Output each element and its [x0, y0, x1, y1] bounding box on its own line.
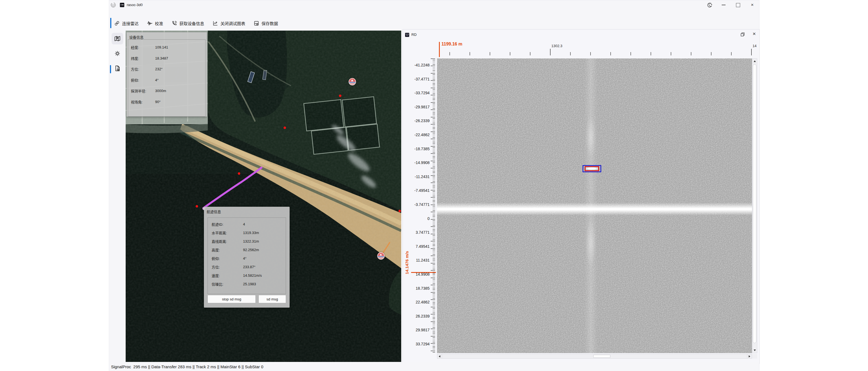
info-label: 视场角: — [128, 99, 155, 104]
track-panel-title: 航迹信息 — [204, 207, 289, 214]
page: rasoc-3d0 × 连接雷达校准获取设备信息关闭调试图表保存数据 — [0, 0, 868, 371]
toolbar-button[interactable]: 校准 — [147, 21, 163, 26]
scrollbar-divider — [747, 354, 747, 358]
info-row: 探测半径:3000m — [128, 86, 205, 96]
info-label: 直线距离: — [208, 239, 243, 244]
ruler-tick-label: 14 — [752, 44, 756, 48]
theme-toggle-button[interactable] — [706, 2, 712, 8]
statusbar: SignalProc 295 ms || Data-Transfer 283 m… — [109, 362, 759, 371]
speed-marker-line[interactable] — [411, 272, 436, 273]
scroll-up-arrow-icon[interactable] — [754, 60, 756, 62]
info-value: 109.141 — [155, 45, 168, 49]
map-canvas[interactable]: 设备信息 经度:109.141纬度:18.3487方位:232°俯仰:4°探测半… — [126, 31, 401, 362]
detection-dot[interactable] — [196, 205, 198, 208]
info-value: 4 — [243, 222, 245, 226]
info-row: 俯仰:4° — [208, 254, 286, 263]
detection-dot[interactable] — [399, 210, 401, 212]
speed-axis-label: -22.4862 — [403, 132, 430, 137]
speed-axis-label: 33.7294 — [403, 341, 430, 346]
rd-horizontal-scrollbar[interactable] — [437, 354, 752, 359]
file-clock-icon — [114, 65, 121, 72]
info-row: 直线距离:1322.31m — [208, 237, 286, 246]
sidebar-item-history[interactable] — [112, 63, 123, 74]
drone-marker[interactable] — [348, 78, 356, 86]
speed-axis-label: -37.4771 — [403, 76, 430, 82]
detection-dot[interactable] — [283, 126, 286, 129]
speed-axis-label: -3.74771 — [403, 202, 430, 207]
detection-dot[interactable] — [238, 172, 240, 175]
info-row: 经度:109.141 — [128, 42, 205, 53]
stop-sd-msg-button[interactable]: stop sd msg — [208, 295, 256, 303]
info-value: 3000m — [155, 89, 166, 93]
ruler-tick — [711, 52, 712, 55]
toolbar-button[interactable]: 关闭调试图表 — [213, 21, 245, 26]
toolbar-button-label: 校准 — [155, 21, 163, 26]
ruler-tick — [530, 52, 530, 55]
ruler-tick — [510, 52, 510, 55]
sd-msg-button[interactable]: sd msg — [258, 295, 286, 303]
app-badge-icon — [120, 3, 124, 7]
maximize-button[interactable] — [735, 2, 741, 8]
toolbar-button-label: 保存数据 — [261, 21, 278, 26]
column-bright-blob — [585, 115, 596, 159]
ruler-tick — [469, 52, 470, 55]
rd-vertical-scrollbar[interactable] — [752, 58, 757, 353]
ruler-tick-label: 1302.3 — [551, 44, 562, 48]
speed-axis-label: 29.9817 — [403, 328, 430, 332]
ruler-major-tick — [751, 49, 752, 55]
info-value: 233.87° — [243, 265, 255, 269]
toolbar-button[interactable]: 保存数据 — [253, 21, 278, 26]
status-text: SignalProc 295 ms || Data-Transfer 283 m… — [109, 364, 264, 369]
scroll-right-arrow-icon[interactable] — [749, 355, 750, 358]
toolbar-items: 连接雷达校准获取设备信息关闭调试图表保存数据 — [114, 16, 278, 30]
track-panel-buttons: stop sd msgsd msg — [208, 295, 286, 303]
info-value: 90° — [155, 100, 161, 104]
window-title: rasoc-3d0 — [127, 3, 143, 7]
speed-axis-ticks-minor — [433, 58, 435, 353]
sidebar — [109, 30, 126, 362]
toolbar-button[interactable]: 连接雷达 — [114, 21, 138, 26]
ruler-tick — [490, 52, 490, 55]
drone-marker[interactable] — [377, 252, 385, 260]
close-button[interactable]: × — [749, 2, 755, 8]
waveform-icon — [147, 21, 153, 26]
ruler-major-tick — [550, 49, 551, 55]
radar-logo-icon — [110, 2, 116, 8]
ruler-tick — [590, 52, 591, 55]
range-marker-line[interactable] — [439, 42, 440, 57]
rd-panel: RD ✕ 1199.16 m 1302.314 -41.2248-37.4771… — [403, 29, 760, 364]
info-value: 4° — [155, 78, 158, 82]
scrollbar-corner — [752, 354, 757, 359]
info-label: 俯仰: — [208, 256, 243, 261]
minimize-button[interactable] — [720, 2, 726, 8]
ruler-tick — [651, 52, 651, 55]
device-panel-rows: 经度:109.141纬度:18.3487方位:232°俯仰:4°探测半径:300… — [128, 39, 206, 117]
zero-doppler-band — [437, 203, 752, 215]
info-row: 信噪比:25.1983 — [208, 280, 286, 288]
info-label: 探测半径: — [128, 88, 155, 93]
range-doppler-plot[interactable] — [437, 58, 752, 353]
scroll-left-arrow-icon[interactable] — [439, 355, 440, 358]
speed-axis-label: -26.2339 — [403, 118, 430, 123]
ruler-tick — [691, 52, 691, 55]
ruler-tick — [610, 52, 611, 55]
ruler-tick — [731, 52, 732, 55]
vertical-scroll-thumb[interactable] — [753, 64, 756, 343]
info-row: 高度:92.2562m — [208, 246, 286, 254]
scroll-down-arrow-icon[interactable] — [754, 349, 756, 351]
toolbar-button[interactable]: 获取设备信息 — [172, 21, 204, 26]
speed-axis-label: -7.49541 — [403, 188, 430, 193]
info-row: 纬度:18.3487 — [128, 53, 205, 64]
info-label: 纬度: — [128, 56, 155, 61]
info-value: 92.2562m — [243, 248, 259, 252]
info-row: 方位:233.87° — [208, 263, 286, 271]
signal-phone-icon — [172, 21, 177, 26]
sidebar-item-settings[interactable] — [112, 48, 123, 59]
link-icon — [114, 21, 120, 26]
detection-dot[interactable] — [339, 95, 341, 97]
ruler-tick — [630, 52, 631, 55]
sidebar-item-map[interactable] — [112, 33, 123, 44]
horizontal-scroll-thumb[interactable] — [593, 355, 610, 358]
speed-axis-label: -14.9908 — [403, 160, 430, 165]
gear-icon — [114, 50, 121, 57]
